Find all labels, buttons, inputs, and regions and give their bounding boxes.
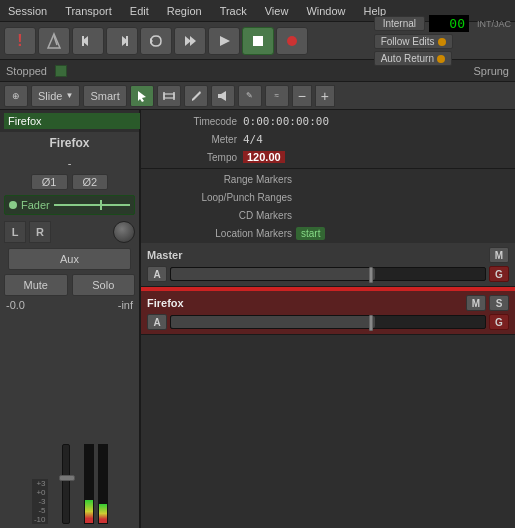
menu-region[interactable]: Region	[163, 3, 206, 19]
group2-btn[interactable]: Ø2	[72, 174, 109, 190]
tool-select-btn[interactable]	[130, 85, 154, 107]
menu-session[interactable]: Session	[4, 3, 51, 19]
snap-icon-btn[interactable]: ⊕	[4, 85, 28, 107]
tempo-label: Tempo	[147, 152, 237, 163]
fader-thumb	[100, 200, 102, 210]
panic-button[interactable]: !	[4, 27, 36, 55]
track-lanes: Master M A G Fi	[141, 243, 515, 528]
firefox-a-btn[interactable]: A	[147, 314, 167, 330]
firefox-g-btn[interactable]: G	[489, 314, 509, 330]
transport-bar: !	[0, 22, 515, 60]
loop-punch-row: Loop/Punch Ranges	[141, 188, 515, 206]
loop-button[interactable]	[140, 27, 172, 55]
jump-start-button[interactable]	[106, 27, 138, 55]
meter-value: 4/4	[243, 133, 263, 146]
range-markers-label: Range Markers	[141, 174, 296, 185]
aux-button[interactable]: Aux	[8, 248, 131, 270]
int-top-row: Internal 00 INT/JAC	[374, 15, 511, 32]
r-button[interactable]: R	[29, 221, 51, 243]
mute-solo-row: Mute Solo	[0, 272, 139, 298]
zoom-in-btn[interactable]: +	[315, 85, 335, 107]
meter-label: Meter	[147, 134, 237, 145]
master-channel: Master M A G	[141, 243, 515, 287]
auto-return-label: Auto Return	[381, 53, 434, 64]
tool-range-btn[interactable]	[157, 85, 181, 107]
main-area: ✕ Firefox - Ø1 Ø2 Fader L R Aux	[0, 110, 515, 528]
fader-track[interactable]: Fader	[4, 195, 135, 215]
zoom-out-btn[interactable]: −	[292, 85, 312, 107]
solo-button[interactable]: Solo	[72, 274, 136, 296]
group1-btn[interactable]: Ø1	[31, 174, 68, 190]
fader-track-label: Fader	[21, 199, 50, 211]
forward-button[interactable]	[174, 27, 206, 55]
master-title: Master	[147, 249, 182, 261]
vertical-fader-strip	[52, 444, 80, 524]
firefox-s-btn[interactable]: S	[489, 295, 509, 311]
firefox-title-row: Firefox M S	[147, 295, 509, 311]
tool-pencil-btn[interactable]	[184, 85, 208, 107]
record-button[interactable]	[276, 27, 308, 55]
cd-markers-row: CD Markers	[141, 206, 515, 224]
menu-track[interactable]: Track	[216, 3, 251, 19]
svg-rect-10	[253, 36, 263, 46]
meter-left	[84, 444, 94, 524]
rewind-button[interactable]	[72, 27, 104, 55]
master-a-btn[interactable]: A	[147, 266, 167, 282]
loop-icon	[148, 34, 164, 48]
metronome-button[interactable]	[38, 27, 70, 55]
auto-return-indicator	[437, 55, 445, 63]
menu-view[interactable]: View	[261, 3, 293, 19]
audition-btn[interactable]	[211, 85, 235, 107]
pencil-icon	[190, 90, 202, 102]
firefox-title: Firefox	[147, 297, 184, 309]
firefox-fader-fill	[171, 316, 375, 328]
smart-label: Smart	[90, 90, 119, 102]
edit-mode-dropdown[interactable]: Slide ▼	[31, 85, 80, 107]
db-right-value: -inf	[118, 299, 133, 311]
master-m-btn[interactable]: M	[489, 247, 509, 263]
snap-grid-btn[interactable]: ≈	[265, 85, 289, 107]
master-g-btn[interactable]: G	[489, 266, 509, 282]
svg-rect-3	[82, 36, 84, 46]
svg-marker-8	[190, 36, 196, 46]
firefox-fader-container: A G	[147, 314, 509, 330]
stop-button[interactable]	[242, 27, 274, 55]
track-name-bar: ✕	[0, 110, 139, 132]
vertical-fader[interactable]	[62, 444, 70, 524]
auto-return-button[interactable]: Auto Return	[374, 51, 452, 66]
scale-minus5: -5	[38, 506, 45, 515]
internal-section: Internal 00 INT/JAC Follow Edits Auto Re…	[374, 15, 511, 66]
menu-window[interactable]: Window	[302, 3, 349, 19]
tempo-value[interactable]: 120.00	[243, 151, 285, 163]
smart-btn[interactable]: Smart	[83, 85, 126, 107]
snap-edit-btn[interactable]: ✎	[238, 85, 262, 107]
mute-button[interactable]: Mute	[4, 274, 68, 296]
fader-dot	[9, 201, 17, 209]
play-button[interactable]	[208, 27, 240, 55]
track-label: Firefox	[49, 136, 89, 150]
range-markers-row: Range Markers	[141, 170, 515, 188]
master-title-row: Master M	[147, 247, 509, 263]
pan-knob[interactable]	[113, 221, 135, 243]
start-marker-tag[interactable]: start	[296, 227, 325, 240]
follow-edits-button[interactable]: Follow Edits	[374, 34, 453, 49]
int-jac-label: INT/JAC	[477, 19, 511, 29]
menu-transport[interactable]: Transport	[61, 3, 116, 19]
dash-row: -	[0, 154, 139, 172]
master-fader-thumb	[369, 267, 373, 283]
firefox-m-btn[interactable]: M	[466, 295, 486, 311]
firefox-fader-bar[interactable]	[170, 315, 486, 329]
master-fader-bar[interactable]	[170, 267, 486, 281]
db-left-value: -0.0	[6, 299, 25, 311]
db-row: -0.0 -inf	[0, 298, 139, 312]
timecode-panel: Timecode 0:00:00:00:00 Meter 4/4 Tempo 1…	[141, 110, 515, 169]
follow-edits-indicator	[438, 38, 446, 46]
fader-v-thumb	[59, 475, 75, 481]
track-name-input[interactable]	[4, 113, 150, 129]
fader-area: +3 +0 -3 -5 -10	[0, 312, 139, 528]
forward-icon	[183, 34, 197, 48]
internal-button[interactable]: Internal	[374, 16, 425, 31]
edit-toolbar: ⊕ Slide ▼ Smart ✎ ≈ − +	[0, 82, 515, 110]
menu-edit[interactable]: Edit	[126, 3, 153, 19]
l-button[interactable]: L	[4, 221, 26, 243]
